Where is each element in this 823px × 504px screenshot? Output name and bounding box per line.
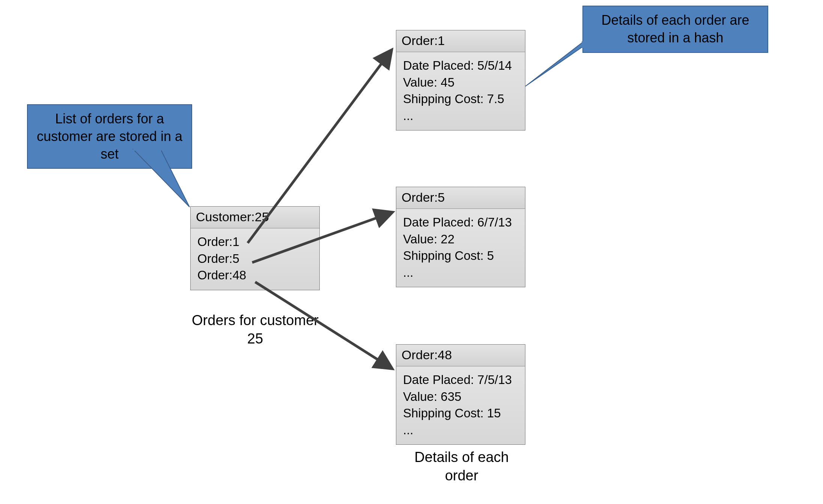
order-hash-body: Date Placed: 5/5/14 Value: 45 Shipping C… <box>396 52 525 130</box>
customer-set-body: Order:1 Order:5 Order:48 <box>191 228 319 290</box>
orders-caption: Details of each order <box>405 448 518 485</box>
order-hash-header: Order:48 <box>396 345 525 366</box>
customer-order-line: Order:1 <box>197 234 313 250</box>
callout-hash: Details of each order are stored in a ha… <box>582 6 768 53</box>
customer-set-header-text: Customer:25 <box>196 210 269 224</box>
order-hash-body: Date Placed: 7/5/13 Value: 635 Shipping … <box>396 366 525 444</box>
order-field-line: Date Placed: 5/5/14 <box>403 57 518 74</box>
customer-caption: Orders for customer 25 <box>191 311 319 348</box>
callout-hash-text: Details of each order are stored in a ha… <box>601 12 749 45</box>
order-hash-body: Date Placed: 6/7/13 Value: 22 Shipping C… <box>396 209 525 287</box>
order-hash-box-2: Order:5 Date Placed: 6/7/13 Value: 22 Sh… <box>396 187 525 287</box>
order-hash-header-text: Order:1 <box>402 33 445 48</box>
order-hash-header-text: Order:48 <box>402 348 452 362</box>
customer-set-header: Customer:25 <box>191 207 319 228</box>
customer-order-line: Order:48 <box>197 267 313 284</box>
order-hash-header: Order:1 <box>396 30 525 52</box>
order-field-line: ... <box>403 422 518 439</box>
order-hash-header: Order:5 <box>396 187 525 209</box>
customer-caption-text: Orders for customer 25 <box>192 312 319 346</box>
diagram-stage: List of orders for a customer are stored… <box>0 0 823 504</box>
order-field-line: Value: 635 <box>403 388 518 405</box>
customer-order-line: Order:5 <box>197 250 313 267</box>
callout-set-text: List of orders for a customer are stored… <box>37 111 182 162</box>
order-field-line: Date Placed: 6/7/13 <box>403 214 518 231</box>
order-field-line: Shipping Cost: 5 <box>403 248 518 264</box>
customer-set-box: Customer:25 Order:1 Order:5 Order:48 <box>190 206 320 290</box>
order-field-line: Date Placed: 7/5/13 <box>403 372 518 388</box>
callout-hash-pointer <box>525 42 582 86</box>
order-hash-box-3: Order:48 Date Placed: 7/5/13 Value: 635 … <box>396 344 525 445</box>
order-field-line: Value: 22 <box>403 231 518 248</box>
order-field-line: ... <box>403 264 518 281</box>
order-field-line: Shipping Cost: 7.5 <box>403 91 518 108</box>
orders-caption-text: Details of each order <box>414 449 509 483</box>
callout-set: List of orders for a customer are stored… <box>27 104 192 169</box>
order-hash-header-text: Order:5 <box>402 190 445 204</box>
order-field-line: ... <box>403 108 518 124</box>
order-field-line: Shipping Cost: 15 <box>403 405 518 422</box>
order-field-line: Value: 45 <box>403 74 518 91</box>
order-hash-box-1: Order:1 Date Placed: 5/5/14 Value: 45 Sh… <box>396 30 525 130</box>
